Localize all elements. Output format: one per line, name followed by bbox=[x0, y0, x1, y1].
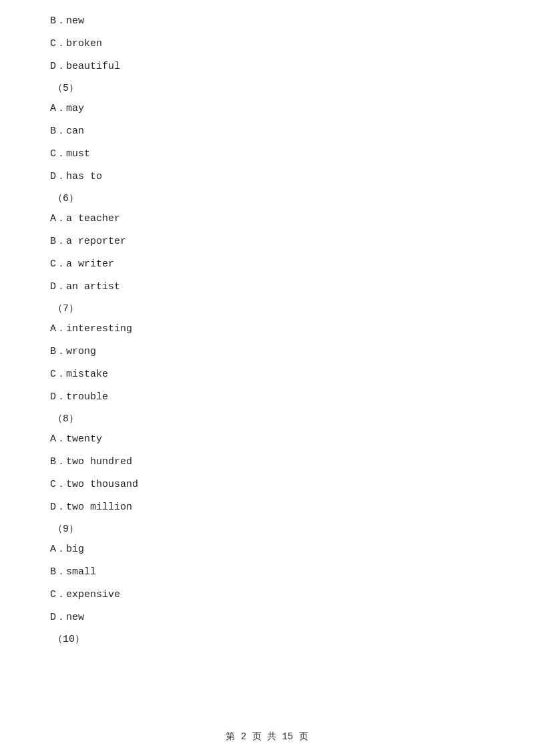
option-d-artist: D．an artist bbox=[50, 279, 484, 295]
option-b-reporter: B．a reporter bbox=[50, 234, 484, 250]
option-c-broken: C．broken bbox=[50, 36, 484, 52]
option-d-has-to: D．has to bbox=[50, 169, 484, 185]
question-6: （6） bbox=[50, 192, 484, 204]
option-c-writer: C．a writer bbox=[50, 256, 484, 272]
option-c-mistake: C．mistake bbox=[50, 367, 484, 383]
option-b-new: B．new bbox=[50, 13, 484, 29]
question-9: （9） bbox=[50, 522, 484, 535]
option-c-expensive: C．expensive bbox=[50, 587, 484, 603]
option-b-small: B．small bbox=[50, 564, 484, 580]
question-5: （5） bbox=[50, 81, 484, 94]
option-a-big: A．big bbox=[50, 542, 484, 558]
option-c-must: C．must bbox=[50, 146, 484, 162]
option-d-two-million: D．two million bbox=[50, 500, 484, 516]
option-d-beautiful: D．beautiful bbox=[50, 59, 484, 75]
option-d-new: D．new bbox=[50, 610, 484, 626]
question-7: （7） bbox=[50, 302, 484, 315]
option-a-teacher: A．a teacher bbox=[50, 211, 484, 227]
option-b-two-hundred: B．two hundred bbox=[50, 454, 484, 470]
question-10: （10） bbox=[50, 632, 484, 645]
question-8: （8） bbox=[50, 412, 484, 425]
option-c-two-thousand: C．two thousand bbox=[50, 477, 484, 493]
option-a-may: A．may bbox=[50, 101, 484, 117]
option-a-twenty: A．twenty bbox=[50, 431, 484, 447]
option-b-can: B．can bbox=[50, 124, 484, 140]
option-a-interesting: A．interesting bbox=[50, 321, 484, 337]
option-d-trouble: D．trouble bbox=[50, 389, 484, 405]
page-footer: 第 2 页 共 15 页 bbox=[0, 731, 534, 743]
option-b-wrong: B．wrong bbox=[50, 344, 484, 360]
main-content: B．new C．broken D．beautiful （5） A．may B．c… bbox=[0, 0, 534, 692]
